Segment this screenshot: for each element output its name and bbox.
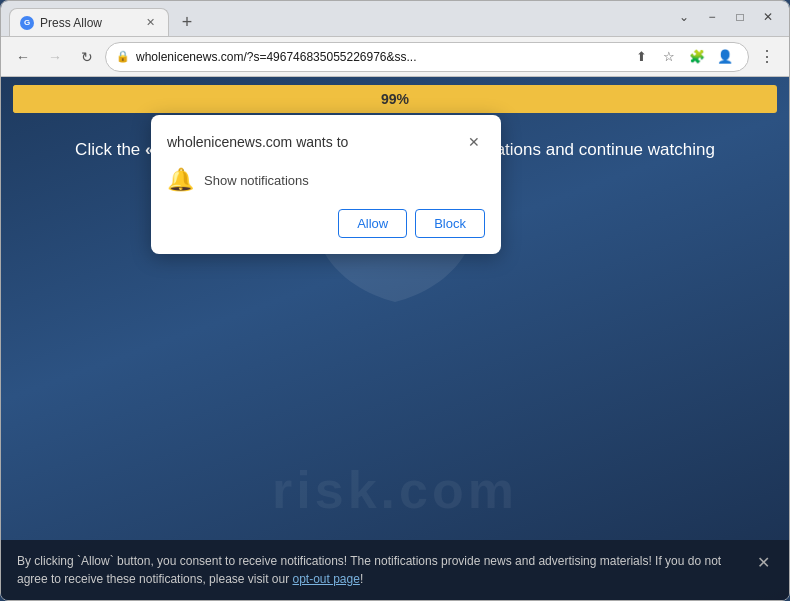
minimize-button[interactable]: − (699, 4, 725, 30)
reload-button[interactable]: ↻ (73, 43, 101, 71)
lock-icon: 🔒 (116, 50, 130, 63)
notification-permission-popup: wholenicenews.com wants to ✕ 🔔 Show noti… (151, 115, 501, 254)
forward-button[interactable]: → (41, 43, 69, 71)
bottom-notice-close-button[interactable]: ✕ (753, 552, 773, 572)
nav-bar: ← → ↻ 🔒 wholenicenews.com/?s=49674683505… (1, 37, 789, 77)
active-tab[interactable]: G Press Allow ✕ (9, 8, 169, 36)
notice-text-after: ! (360, 572, 363, 586)
block-button[interactable]: Block (415, 209, 485, 238)
maximize-button[interactable]: □ (727, 4, 753, 30)
new-tab-button[interactable]: + (173, 8, 201, 36)
popup-description: Show notifications (204, 173, 309, 188)
window-controls: ⌄ − □ ✕ (671, 4, 781, 34)
profile-icon[interactable]: 👤 (712, 44, 738, 70)
bottom-notice-text: By clicking `Allow` button, you consent … (17, 552, 743, 588)
bottom-notice-bar: By clicking `Allow` button, you consent … (1, 540, 789, 600)
extensions-icon[interactable]: 🧩 (684, 44, 710, 70)
watermark-text: risk.com (1, 460, 789, 520)
address-bar[interactable]: 🔒 wholenicenews.com/?s=49674683505522697… (105, 42, 749, 72)
browser-window: G Press Allow ✕ + ⌄ − □ ✕ ← → ↻ 🔒 wholen… (0, 0, 790, 601)
title-bar: G Press Allow ✕ + ⌄ − □ ✕ (1, 1, 789, 37)
popup-close-button[interactable]: ✕ (463, 131, 485, 153)
opt-out-link[interactable]: opt-out page (292, 572, 359, 586)
progress-bar: 99% (13, 85, 777, 113)
address-actions: ⬆ ☆ 🧩 👤 (628, 44, 738, 70)
tab-close-button[interactable]: ✕ (142, 15, 158, 31)
url-text: wholenicenews.com/?s=496746835055226976&… (136, 50, 622, 64)
allow-button[interactable]: Allow (338, 209, 407, 238)
bookmark-icon[interactable]: ☆ (656, 44, 682, 70)
popup-header: wholenicenews.com wants to ✕ (167, 131, 485, 153)
back-button[interactable]: ← (9, 43, 37, 71)
share-icon[interactable]: ⬆ (628, 44, 654, 70)
progress-label: 99% (381, 91, 409, 107)
menu-button[interactable]: ⋮ (753, 43, 781, 71)
close-button[interactable]: ✕ (755, 4, 781, 30)
tab-label: Press Allow (40, 16, 102, 30)
tab-favicon: G (20, 16, 34, 30)
popup-actions: Allow Block (167, 209, 485, 238)
popup-body: 🔔 Show notifications (167, 167, 485, 193)
notice-text-before: By clicking `Allow` button, you consent … (17, 554, 721, 586)
bell-icon: 🔔 (167, 167, 194, 193)
tab-area: G Press Allow ✕ + (9, 1, 667, 36)
message-before: Click the (75, 140, 145, 159)
page-content: risk.com wholenicenews.com wants to ✕ 🔔 … (1, 77, 789, 600)
window-dropdown-button[interactable]: ⌄ (671, 4, 697, 30)
popup-title: wholenicenews.com wants to (167, 134, 348, 150)
